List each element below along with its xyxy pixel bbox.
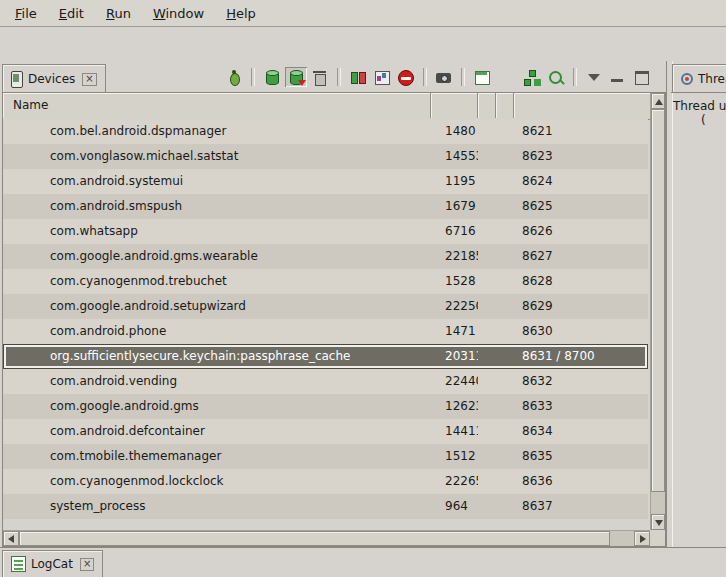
process-port: 8628 xyxy=(514,269,648,294)
column-header-b[interactable] xyxy=(496,93,514,118)
toolbar-separator xyxy=(573,68,577,86)
system-info-icon[interactable] xyxy=(471,67,493,87)
vertical-scrollbar-thumb[interactable] xyxy=(651,109,665,492)
process-port: 8627 xyxy=(514,244,648,269)
tab-logcat[interactable]: LogCat × xyxy=(2,550,103,577)
update-threads-icon[interactable] xyxy=(347,67,369,87)
table-row[interactable]: com.whatsapp67168626 xyxy=(3,219,648,244)
column-header-port[interactable] xyxy=(514,93,648,118)
hierarchy-view-icon[interactable] xyxy=(521,67,543,87)
process-pid: 22440 xyxy=(431,369,478,394)
update-heap-icon[interactable] xyxy=(261,67,283,87)
process-pid: 12623 xyxy=(431,394,478,419)
close-icon[interactable]: × xyxy=(82,73,96,86)
menu-item-file[interactable]: File xyxy=(4,2,48,25)
arrow-right-icon xyxy=(640,535,646,543)
table-row[interactable]: com.android.systemui11958624 xyxy=(3,169,648,194)
table-row[interactable]: com.google.android.gms.wearable221858627 xyxy=(3,244,648,269)
cause-gc-icon[interactable] xyxy=(309,67,331,87)
process-name: com.bel.android.dspmanager xyxy=(3,119,431,144)
table-row[interactable]: org.sufficientlysecure.keychain:passphra… xyxy=(3,344,648,369)
table-row[interactable]: com.tmobile.thememanager15128635 xyxy=(3,444,648,469)
devices-toolbar xyxy=(222,67,654,87)
tab-devices[interactable]: Devices × xyxy=(2,64,106,93)
scroll-down-button[interactable] xyxy=(651,514,665,530)
dump-hprof-icon[interactable] xyxy=(285,67,307,87)
stop-process-icon[interactable] xyxy=(395,67,417,87)
devices-tab-label: Devices xyxy=(28,72,75,86)
toolbar-separator xyxy=(461,68,465,86)
logcat-tab-label: LogCat xyxy=(31,557,73,571)
process-pid: 1195 xyxy=(431,169,478,194)
process-pid: 14411 xyxy=(431,419,478,444)
process-name: com.android.defcontainer xyxy=(3,419,431,444)
process-table-body: com.bel.android.dspmanager14808621com.vo… xyxy=(3,119,648,530)
process-name: com.android.vending xyxy=(3,369,431,394)
table-row[interactable]: system_process9648637 xyxy=(3,494,648,519)
main-toolbar-strip xyxy=(0,27,726,62)
scroll-right-button[interactable] xyxy=(634,531,650,546)
horizontal-scrollbar[interactable] xyxy=(3,530,650,546)
table-row[interactable]: com.android.phone14718630 xyxy=(3,319,648,344)
vertical-scrollbar[interactable] xyxy=(650,93,665,530)
process-port: 8623 xyxy=(514,144,648,169)
column-header-pid[interactable] xyxy=(431,93,478,118)
table-row[interactable]: com.cyanogenmod.lockclock222658636 xyxy=(3,469,648,494)
table-row[interactable]: com.android.vending224408632 xyxy=(3,369,648,394)
close-icon[interactable]: × xyxy=(80,558,94,571)
debug-icon[interactable] xyxy=(223,67,245,87)
threads-panel: Threads Thread up ( xyxy=(671,61,726,548)
menu-item-window[interactable]: Window xyxy=(142,2,215,25)
process-port: 8630 xyxy=(514,319,648,344)
toolbar-separator xyxy=(423,68,427,86)
process-pid: 14553 xyxy=(431,144,478,169)
process-port: 8621 xyxy=(514,119,648,144)
method-profiling-icon[interactable] xyxy=(371,67,393,87)
scroll-up-button[interactable] xyxy=(651,93,665,109)
view-menu-icon[interactable] xyxy=(583,67,605,87)
table-row[interactable]: com.android.defcontainer144118634 xyxy=(3,419,648,444)
maximize-icon[interactable] xyxy=(631,67,653,87)
table-row[interactable]: com.cyanogenmod.trebuchet15288628 xyxy=(3,269,648,294)
table-row[interactable]: com.vonglasow.michael.satstat145538623 xyxy=(3,144,648,169)
table-row[interactable]: com.android.smspush16798625 xyxy=(3,194,648,219)
column-header-name[interactable]: Name xyxy=(3,93,431,118)
process-port: 8624 xyxy=(514,169,648,194)
process-name: com.android.phone xyxy=(3,319,431,344)
process-table: Name com.bel.android.dspmanager14808621c… xyxy=(2,92,666,547)
toolbar-separator xyxy=(251,68,255,86)
process-port: 8625 xyxy=(514,194,648,219)
arrow-down-icon xyxy=(655,520,663,526)
process-port: 8634 xyxy=(514,419,648,444)
table-row[interactable]: com.google.android.gms126238633 xyxy=(3,394,648,419)
process-pid: 1679 xyxy=(431,194,478,219)
process-port: 8626 xyxy=(514,219,648,244)
menu-item-run[interactable]: Run xyxy=(95,2,142,25)
process-name: com.google.android.gms.wearable xyxy=(3,244,431,269)
process-port: 8632 xyxy=(514,369,648,394)
horizontal-scrollbar-thumb[interactable] xyxy=(19,531,610,546)
pixel-perfect-icon[interactable] xyxy=(545,67,567,87)
process-pid: 1471 xyxy=(431,319,478,344)
menu-item-help[interactable]: Help xyxy=(215,2,267,25)
screen-capture-icon[interactable] xyxy=(433,67,455,87)
table-row[interactable]: com.google.android.setupwizard222508629 xyxy=(3,294,648,319)
process-pid: 22250 xyxy=(431,294,478,319)
process-pid: 20311 xyxy=(431,344,478,369)
process-port: 8629 xyxy=(514,294,648,319)
scrollbar-corner xyxy=(650,530,665,546)
process-name: com.android.smspush xyxy=(3,194,431,219)
tab-threads[interactable]: Threads xyxy=(672,64,726,93)
logcat-bar: LogCat × xyxy=(0,547,726,577)
threads-message-line2: ( xyxy=(671,113,726,127)
arrow-up-icon xyxy=(655,99,663,105)
menu-item-edit[interactable]: Edit xyxy=(48,2,95,25)
column-header-a[interactable] xyxy=(478,93,496,118)
table-row[interactable]: com.bel.android.dspmanager14808621 xyxy=(3,119,648,144)
process-pid: 1512 xyxy=(431,444,478,469)
minimize-icon[interactable] xyxy=(607,67,629,87)
process-name: com.cyanogenmod.trebuchet xyxy=(3,269,431,294)
table-header: Name xyxy=(3,93,665,120)
scroll-left-button[interactable] xyxy=(3,531,19,546)
process-port: 8631 / 8700 xyxy=(514,344,648,369)
